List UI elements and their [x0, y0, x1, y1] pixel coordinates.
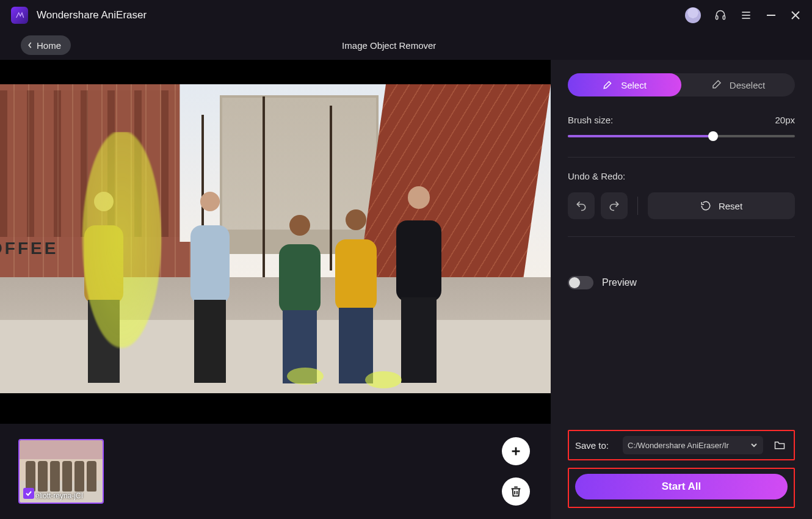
subheader: Home Image Object Remover: [0, 31, 812, 60]
redo-button[interactable]: [601, 192, 628, 219]
app-logo-icon: [11, 7, 28, 24]
settings-panel: Select Deselect Brush size: 20px Undo & …: [551, 60, 812, 519]
save-to-row: Save to: C:/Wondershare AniEraser/Ir: [568, 430, 795, 460]
undo-button[interactable]: [568, 192, 595, 219]
thumbnail-check-icon: [23, 488, 34, 499]
selection-spot: [365, 371, 402, 388]
brush-size-slider[interactable]: [568, 132, 795, 140]
brush-icon: [603, 79, 614, 92]
chevron-down-icon: [750, 441, 758, 449]
svg-rect-1: [723, 16, 725, 20]
window-minimize-button[interactable]: [766, 10, 777, 21]
page-title: Image Object Remover: [342, 40, 436, 51]
save-path-value: C:/Wondershare AniEraser/Ir: [628, 441, 729, 450]
reset-label: Reset: [719, 201, 742, 211]
start-all-button[interactable]: Start All: [575, 474, 788, 499]
preview-toggle-row: Preview: [568, 276, 795, 289]
home-label: Home: [37, 40, 61, 51]
window-close-button[interactable]: [790, 10, 801, 21]
canvas-area: eliott-reyna-jCI: [0, 60, 551, 519]
tool-segmented-control: Select Deselect: [568, 73, 795, 96]
browse-folder-button[interactable]: [772, 437, 788, 453]
deselect-tool-button[interactable]: Deselect: [681, 73, 795, 96]
brush-size-value: 20px: [775, 115, 795, 125]
preview-toggle[interactable]: [568, 276, 593, 289]
slider-knob[interactable]: [708, 131, 718, 141]
delete-image-button[interactable]: [502, 477, 530, 506]
support-headset-icon[interactable]: [714, 9, 727, 21]
app-title: Wondershare AniEraser: [37, 9, 147, 21]
add-image-button[interactable]: [502, 437, 530, 465]
brush-size-label: Brush size:: [568, 115, 613, 125]
home-button[interactable]: Home: [21, 35, 71, 55]
thumbnail-item[interactable]: eliott-reyna-jCI: [18, 439, 104, 504]
save-path-dropdown[interactable]: C:/Wondershare AniEraser/Ir: [623, 436, 763, 454]
titlebar: Wondershare AniEraser: [0, 0, 812, 31]
preview-label: Preview: [602, 277, 637, 288]
start-all-label: Start All: [662, 481, 701, 493]
thumbnail-filename: eliott-reyna-jCI: [35, 492, 100, 500]
svg-rect-0: [716, 16, 718, 20]
reset-button[interactable]: Reset: [648, 192, 795, 219]
titlebar-right: [685, 7, 801, 23]
select-label: Select: [621, 80, 647, 90]
user-avatar-icon[interactable]: [685, 7, 701, 23]
menu-icon[interactable]: [740, 9, 752, 21]
undo-redo-row: Reset: [568, 192, 795, 219]
select-tool-button[interactable]: Select: [568, 73, 681, 96]
thumbnail-strip: eliott-reyna-jCI: [0, 424, 551, 519]
titlebar-left: Wondershare AniEraser: [11, 7, 147, 24]
start-row: Start All: [568, 468, 795, 508]
main: eliott-reyna-jCI Select Deselect: [0, 60, 812, 519]
deselect-label: Deselect: [730, 80, 765, 90]
save-to-label: Save to:: [575, 440, 614, 451]
image-viewport[interactable]: [0, 60, 551, 424]
undo-redo-label: Undo & Redo:: [568, 171, 795, 181]
eraser-icon: [711, 79, 722, 92]
image-content: [0, 84, 551, 393]
brush-size-row: Brush size: 20px: [568, 115, 795, 125]
selection-spot: [287, 368, 324, 385]
